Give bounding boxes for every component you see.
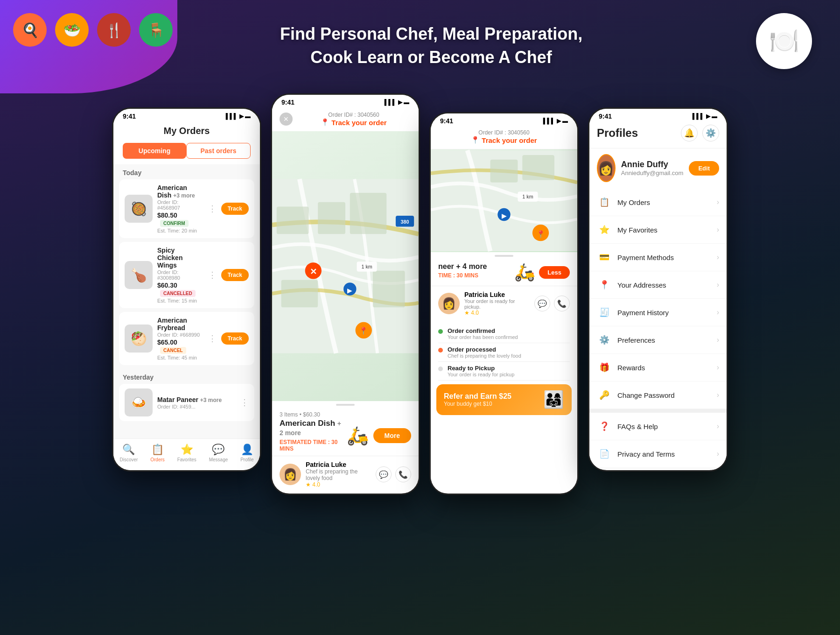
- bottom-nav: 🔍 Discover 📋 Orders ⭐ Favorites 💬 Messag…: [113, 438, 260, 470]
- menu-payment-methods[interactable]: 💳 Payment Methods ›: [589, 244, 727, 271]
- order-img-2: 🍗: [125, 261, 153, 289]
- order-menu-2[interactable]: ⋮: [206, 270, 217, 280]
- menu-label-change-password: Change Password: [617, 391, 711, 399]
- tab-past[interactable]: Past orders: [186, 143, 251, 159]
- menu-addresses[interactable]: 📍 Your Addresses ›: [589, 271, 727, 299]
- call-btn-3[interactable]: 📞: [554, 296, 570, 311]
- track-btn-1[interactable]: Track: [221, 203, 249, 215]
- my-favorites-icon: ⭐: [597, 222, 612, 237]
- less-btn[interactable]: Less: [539, 266, 570, 279]
- tab-upcoming[interactable]: Upcoming: [123, 143, 186, 159]
- order-menu-4[interactable]: ⋮: [238, 397, 249, 408]
- close-btn[interactable]: ✕: [280, 113, 293, 126]
- order-img-1: 🥘: [125, 195, 153, 223]
- notification-btn[interactable]: 🔔: [681, 125, 698, 141]
- order-status-2: CANCELLED: [160, 290, 196, 297]
- chef-row-phone3: 👩 Patricia Luke Your order is ready for …: [431, 286, 577, 321]
- nav-profile-label: Profile: [240, 457, 253, 462]
- menu-my-favorites[interactable]: ⭐ My Favorites ›: [589, 216, 727, 244]
- profile-menu-list: 📋 My Orders › ⭐ My Favorites › 💳 Payment…: [589, 189, 727, 468]
- svg-rect-1: [318, 202, 345, 234]
- svg-text:📍: 📍: [536, 230, 546, 239]
- nav-discover[interactable]: 🔍 Discover: [119, 444, 138, 462]
- profile-header: Profiles 🔔 ⚙️: [589, 122, 727, 148]
- order-card-1: 🥘 American Dish +3 more Order ID: #45689…: [119, 179, 254, 238]
- status-bar-1: 9:41 ▌▌▌ ▶ ▬: [113, 109, 260, 122]
- addresses-icon: 📍: [597, 277, 612, 292]
- order-id-phone2: Order ID# : 3040560: [296, 112, 411, 118]
- favorites-icon: ⭐: [181, 444, 193, 456]
- menu-my-orders[interactable]: 📋 My Orders ›: [589, 189, 727, 216]
- menu-preferences[interactable]: ⚙️ Preferences ›: [589, 326, 727, 354]
- chef-desc: Chef is preparing the lovely food: [306, 468, 371, 481]
- tracking-header: Order ID# : 3040560 📍 Track your order: [431, 127, 577, 149]
- svg-rect-2: [350, 193, 387, 234]
- svg-text:1 km: 1 km: [522, 194, 533, 199]
- order-menu-3[interactable]: ⋮: [206, 333, 217, 344]
- order-id-2: Order ID: #3008980: [157, 269, 202, 281]
- drag-indicator-3: [495, 255, 513, 257]
- more-btn[interactable]: More: [373, 428, 411, 443]
- step-dot-3: [438, 367, 443, 371]
- app-logo: 🍽️: [756, 13, 812, 69]
- menu-payment-history[interactable]: 🧾 Payment History ›: [589, 299, 727, 326]
- refer-sub: Your buddy get $10: [444, 401, 511, 407]
- estimated-time: ESTIMATED TIME : 30 MINS: [280, 439, 347, 452]
- call-btn[interactable]: 📞: [395, 466, 411, 482]
- chevron-addresses: ›: [717, 281, 719, 289]
- chef-row-phone2: 👩 Patricia Luke Chef is preparing the lo…: [272, 456, 419, 493]
- menu-label-preferences: Preferences: [617, 336, 711, 344]
- settings-btn[interactable]: ⚙️: [702, 125, 719, 141]
- step-desc-3: Your order is ready for pickup: [448, 372, 514, 377]
- track-order-info: neer + 4 more TIME : 30 MINS 🛵 Less: [431, 259, 577, 286]
- step-processed: Order processed Chef is preparing the lo…: [438, 343, 570, 362]
- delivery-scooter-icon: 🛵: [347, 425, 369, 446]
- menu-label-favorites: My Favorites: [617, 226, 711, 234]
- order-id-4: Order ID: #459...: [157, 404, 234, 409]
- profiles-title: Profiles: [597, 127, 638, 140]
- menu-label-addresses: Your Addresses: [617, 281, 711, 289]
- order-name-2: Spicy Chicken Wings: [157, 247, 202, 269]
- section-yesterday: Yesterday: [113, 369, 260, 384]
- menu-invite[interactable]: 👥 Invites Friends ›: [589, 468, 727, 468]
- svg-text:▶: ▶: [347, 287, 352, 294]
- chat-btn[interactable]: 💬: [376, 466, 392, 482]
- nav-favorites[interactable]: ⭐ Favorites: [177, 444, 196, 462]
- nav-favorites-label: Favorites: [177, 457, 196, 462]
- svg-rect-18: [522, 155, 554, 180]
- icon-dining: 🍴: [97, 13, 131, 47]
- nav-discover-label: Discover: [119, 457, 138, 462]
- status-steps: Order confirmed Your order has been conf…: [431, 325, 577, 381]
- order-menu-1[interactable]: ⋮: [206, 204, 217, 214]
- order-id-phone3: Order ID# : 3040560: [438, 129, 570, 136]
- order-total: $60.30: [303, 411, 320, 418]
- items-count: 3 Items: [280, 411, 298, 418]
- nav-profile[interactable]: 👤 Profile: [240, 444, 253, 462]
- svg-text:380: 380: [401, 219, 409, 225]
- edit-profile-btn[interactable]: Edit: [689, 161, 719, 176]
- location-pin-icon-3: 📍: [471, 136, 480, 144]
- chevron-payment-methods: ›: [717, 253, 719, 261]
- menu-faqs[interactable]: ❓ FAQs & Help ›: [589, 413, 727, 440]
- phone-map: 9:41 ▌▌▌ ▶ ▬ ✕ Order ID# : 3040560 📍 Tra…: [271, 93, 420, 495]
- track-btn-2[interactable]: Track: [221, 269, 249, 281]
- order-img-4: 🍛: [125, 388, 153, 416]
- track-btn-3[interactable]: Track: [221, 332, 249, 345]
- svg-rect-17: [490, 160, 518, 183]
- faqs-icon: ❓: [597, 419, 612, 434]
- message-icon: 💬: [212, 444, 224, 456]
- orders-title: My Orders: [113, 122, 260, 143]
- menu-label-privacy: Privacy and Terms: [617, 450, 711, 458]
- step-title-3: Ready to Pickup: [448, 365, 514, 372]
- nav-message[interactable]: 💬 Message: [209, 444, 228, 462]
- chat-btn-3[interactable]: 💬: [534, 296, 550, 311]
- nav-orders[interactable]: 📋 Orders: [150, 444, 165, 462]
- menu-rewards[interactable]: 🎁 Rewards ›: [589, 354, 727, 381]
- preferences-icon: ⚙️: [597, 332, 612, 347]
- menu-privacy[interactable]: 📄 Privacy and Terms ›: [589, 440, 727, 468]
- icon-chef: 🍳: [13, 13, 47, 47]
- menu-label-orders: My Orders: [617, 198, 711, 206]
- delivery-scooter-icon-3: 🛵: [514, 262, 535, 282]
- menu-divider: [589, 409, 727, 413]
- menu-change-password[interactable]: 🔑 Change Password ›: [589, 381, 727, 409]
